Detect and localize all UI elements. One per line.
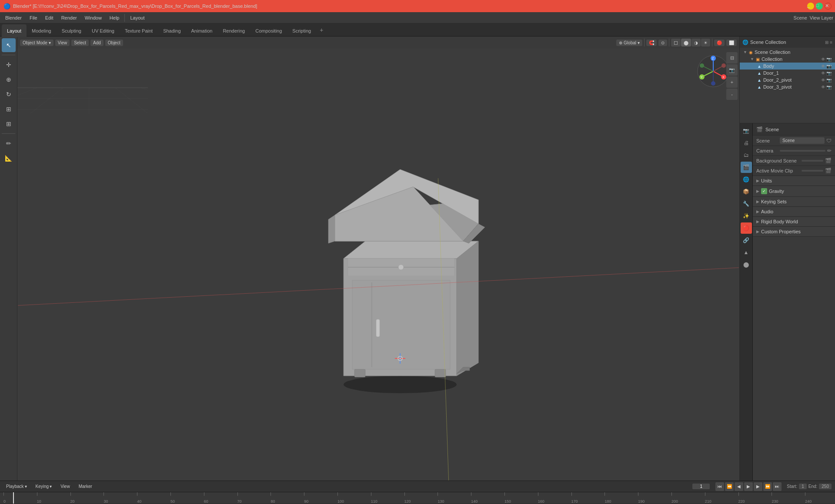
- physics-props-btn[interactable]: 🔴: [741, 222, 752, 234]
- outliner-door2[interactable]: ▲ Door_2_pivot 👁 📷: [740, 76, 835, 83]
- menu-blender[interactable]: Blender: [2, 14, 25, 21]
- view-menu-tl[interactable]: View: [58, 484, 73, 489]
- tool-cursor[interactable]: ✛: [2, 58, 16, 72]
- object-props-btn[interactable]: 📦: [741, 186, 752, 197]
- rigid-body-section-header[interactable]: Rigid Body World: [753, 217, 835, 226]
- output-props-btn[interactable]: 🖨: [741, 137, 752, 149]
- body-vis-icon[interactable]: 👁: [821, 64, 825, 69]
- door2-render-icon[interactable]: 📷: [826, 78, 832, 83]
- title-bar-controls[interactable]: _ □ ✕: [807, 3, 832, 10]
- tool-rotate[interactable]: ↻: [2, 87, 16, 101]
- movie-clip-value[interactable]: [802, 170, 823, 172]
- tab-modeling[interactable]: Modeling: [27, 24, 57, 37]
- global-local-toggle[interactable]: ⊕ Global ▾: [616, 40, 642, 46]
- tab-animation[interactable]: Animation: [186, 24, 218, 37]
- menu-render[interactable]: Render: [58, 14, 80, 21]
- tab-scripting[interactable]: Scripting: [287, 24, 316, 37]
- start-frame-value[interactable]: 1: [799, 484, 807, 489]
- camera-pick-icon[interactable]: ✏: [827, 148, 832, 154]
- door1-vis-icon[interactable]: 👁: [821, 71, 825, 76]
- close-button[interactable]: ✕: [825, 3, 832, 10]
- tab-layout[interactable]: Layout: [2, 24, 27, 37]
- menu-edit[interactable]: Edit: [42, 14, 57, 21]
- custom-props-section-header[interactable]: Custom Properties: [753, 227, 835, 236]
- next-keyframe-btn[interactable]: ⏩: [763, 482, 772, 491]
- zoom-out-btn[interactable]: -: [726, 89, 738, 100]
- body-render-icon[interactable]: 📷: [826, 64, 832, 69]
- tool-annotate[interactable]: ✏: [2, 136, 16, 150]
- gravity-section-header[interactable]: ✓ Gravity: [753, 186, 835, 196]
- tab-rendering[interactable]: Rendering: [217, 24, 250, 37]
- view-menu[interactable]: View: [55, 40, 70, 46]
- proportional-edit[interactable]: ⊙: [658, 40, 667, 46]
- end-frame-value[interactable]: 250: [819, 484, 832, 489]
- door1-render-icon[interactable]: 📷: [826, 71, 832, 76]
- tool-measure[interactable]: 📐: [2, 151, 16, 165]
- outliner-door3[interactable]: ▲ Door_3_pivot 👁 📷: [740, 83, 835, 90]
- minimize-button[interactable]: _: [807, 3, 814, 10]
- object-menu[interactable]: Object: [105, 40, 123, 46]
- scene-name-value[interactable]: Scene: [780, 137, 825, 144]
- prev-keyframe-btn[interactable]: ⏪: [725, 482, 734, 491]
- add-workspace-button[interactable]: +: [316, 23, 327, 36]
- tool-transform[interactable]: ⊞: [2, 117, 16, 131]
- background-scene-value[interactable]: [802, 160, 823, 162]
- current-frame-display[interactable]: 1: [692, 484, 710, 489]
- particles-props-btn[interactable]: ✨: [741, 210, 752, 222]
- xray-btn[interactable]: ⬜: [726, 40, 737, 46]
- jump-to-end-btn[interactable]: ⏭: [773, 482, 782, 491]
- menu-window[interactable]: Window: [81, 14, 105, 21]
- door3-vis-icon[interactable]: 👁: [821, 85, 825, 90]
- units-section-header[interactable]: Units: [753, 176, 835, 186]
- tool-scale[interactable]: ⊞: [2, 102, 16, 116]
- modifier-props-btn[interactable]: 🔧: [741, 198, 752, 209]
- fake-user-icon[interactable]: 🛡: [826, 138, 832, 144]
- movie-clip-icon[interactable]: 🎬: [825, 168, 832, 174]
- keying-menu[interactable]: Keying ▾: [33, 484, 55, 489]
- timeline-ruler[interactable]: 0102030405060708090100110120130140150160…: [0, 492, 835, 504]
- data-props-btn[interactable]: ▲: [741, 247, 752, 258]
- constraints-props-btn[interactable]: 🔗: [741, 235, 752, 246]
- play-btn[interactable]: ▶: [744, 482, 753, 491]
- marker-menu[interactable]: Marker: [76, 484, 95, 489]
- tab-sculpting[interactable]: Sculpting: [57, 24, 87, 37]
- zoom-in-btn[interactable]: +: [726, 76, 738, 88]
- viewport-3d[interactable]: Object Mode ▾ View Select Add Object ⊕ G…: [17, 36, 739, 481]
- material-props-btn[interactable]: ⬤: [741, 259, 752, 270]
- rendered-btn[interactable]: ☀: [701, 39, 710, 46]
- gravity-checkbox[interactable]: ✓: [761, 188, 767, 194]
- tool-move[interactable]: ⊕: [2, 73, 16, 86]
- outliner-scene-collection[interactable]: ◉ Scene Collection: [740, 49, 835, 56]
- audio-section-header[interactable]: Audio: [753, 207, 835, 216]
- overlay-btn[interactable]: 🔴: [714, 40, 725, 46]
- viewport-gizmo[interactable]: Z X Y: [696, 54, 731, 89]
- outliner-door1[interactable]: ▲ Door_1 👁 📷: [740, 70, 835, 76]
- menu-file[interactable]: File: [26, 14, 41, 21]
- jump-to-start-btn[interactable]: ⏮: [715, 482, 724, 491]
- tab-uv-editing[interactable]: UV Editing: [87, 24, 120, 37]
- door3-render-icon[interactable]: 📷: [826, 85, 832, 90]
- tab-shading[interactable]: Shading: [158, 24, 186, 37]
- tool-select[interactable]: ↖: [2, 38, 16, 52]
- add-menu[interactable]: Add: [90, 40, 104, 46]
- tab-compositing[interactable]: Compositing: [250, 24, 287, 37]
- outliner-filter-btn[interactable]: ⊞: [825, 40, 828, 45]
- object-mode-dropdown[interactable]: Object Mode ▾: [20, 40, 53, 46]
- material-btn[interactable]: ◑: [691, 39, 701, 46]
- view-layer-props-btn[interactable]: 🗂: [741, 149, 752, 161]
- outliner-sort-btn[interactable]: ≡: [830, 40, 832, 45]
- scene-props-btn[interactable]: 🎬: [741, 162, 752, 173]
- tab-texture-paint[interactable]: Texture Paint: [120, 24, 158, 37]
- collection-render-icon[interactable]: 📷: [826, 57, 832, 62]
- solid-btn[interactable]: ⬤: [681, 39, 691, 46]
- camera-value[interactable]: [780, 150, 825, 152]
- render-props-btn[interactable]: 📷: [741, 125, 752, 136]
- bg-scene-icon[interactable]: 🎬: [825, 158, 832, 164]
- timeline-playhead[interactable]: [13, 492, 14, 504]
- maximize-button[interactable]: □: [816, 3, 823, 10]
- keying-sets-section-header[interactable]: Keying Sets: [753, 197, 835, 206]
- select-menu[interactable]: Select: [71, 40, 89, 46]
- world-props-btn[interactable]: 🌐: [741, 174, 752, 185]
- playback-menu[interactable]: Playback ▾: [3, 484, 30, 489]
- door2-vis-icon[interactable]: 👁: [821, 78, 825, 83]
